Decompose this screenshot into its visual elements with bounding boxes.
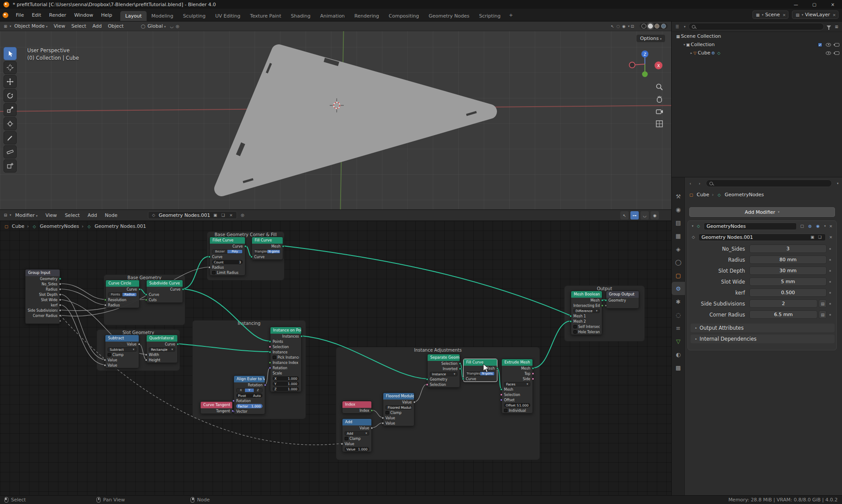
output-socket[interactable] — [532, 372, 534, 375]
toggle-option[interactable]: Radius — [122, 293, 137, 296]
viewlayer-selector[interactable]: ▤ ▾ ViewLayer × — [792, 11, 838, 19]
output-socket[interactable] — [532, 367, 534, 370]
snap-icon[interactable]: ◡ — [640, 211, 649, 220]
node-dropdown[interactable]: Rectangle▾ — [149, 347, 175, 352]
toggle-option[interactable]: Triangles — [466, 372, 480, 375]
outliner-item-label[interactable]: Scene Collection — [681, 33, 721, 39]
node-canvas[interactable]: ▢Cube›◇GeometryNodes›◇Geometry Nodes.001… — [0, 221, 672, 496]
tool-select-box[interactable] — [4, 47, 17, 60]
overlay-icon[interactable]: ◉ — [651, 211, 659, 220]
tool-rotate[interactable] — [4, 89, 17, 102]
node-slider-field[interactable]: Factor1.000 — [236, 404, 263, 408]
input-socket[interactable] — [104, 364, 106, 367]
input-socket[interactable] — [104, 359, 106, 361]
add-workspace-button[interactable]: + — [505, 11, 516, 20]
animate-property-dot[interactable] — [829, 292, 831, 294]
node-editor-menu-view[interactable]: View — [42, 211, 61, 220]
node-group-output[interactable]: Group OutputGeometry — [606, 291, 639, 309]
properties-tab-view-layer[interactable]: ▦ — [672, 229, 685, 242]
minimize-button[interactable]: — — [787, 0, 805, 9]
workspace-tab-scripting[interactable]: Scripting — [474, 11, 505, 21]
input-socket[interactable] — [605, 299, 607, 302]
checkbox[interactable] — [108, 353, 111, 356]
snap-magnet-icon[interactable]: ◡ — [169, 23, 175, 29]
realtime-toggle-icon[interactable]: ◍ — [807, 223, 813, 229]
node-separate-geometry[interactable]: Separate GeometrySelectionInvertedInstan… — [427, 354, 460, 388]
outliner-row-scene-collection[interactable]: ▦ Scene Collection — [672, 32, 842, 40]
orientation-dropdown[interactable]: ◯ Global▾ — [137, 22, 169, 31]
gizmo-toggle-icon[interactable]: ◌ — [615, 23, 621, 29]
navigation-gizmo[interactable]: Z X — [626, 43, 663, 80]
animate-property-dot[interactable] — [829, 270, 831, 272]
output-socket[interactable] — [138, 343, 140, 346]
node-tree-datablock[interactable]: ◇ Geometry Nodes.001 ▣ ❏ × — [148, 211, 237, 219]
grid-toggle-icon[interactable] — [655, 120, 663, 128]
output-socket[interactable] — [459, 362, 461, 365]
node-group-field[interactable]: Geometry Nodes.001 ▣❏ — [698, 234, 826, 241]
nav-forward-icon[interactable]: › — [697, 180, 702, 186]
tool-annotate[interactable] — [4, 131, 17, 144]
unlink-icon[interactable]: × — [228, 212, 234, 218]
outliner-item-label[interactable]: Cube — [698, 50, 710, 56]
maximize-button[interactable]: ▢ — [805, 0, 824, 9]
copy-icon[interactable]: ❏ — [220, 212, 226, 218]
node-extrude-mesh[interactable]: Extrude MeshMeshTopSideFaces▾MeshSelecti… — [501, 359, 533, 414]
properties-tab-output[interactable]: ▤ — [672, 216, 685, 229]
menu-render[interactable]: Render — [45, 11, 70, 20]
toggle-option[interactable]: Bezier — [212, 250, 227, 253]
toggle-option[interactable]: Y — [245, 389, 253, 392]
properties-options-icon[interactable]: ▾ — [837, 182, 838, 185]
output-socket[interactable] — [532, 378, 534, 380]
output-socket[interactable] — [182, 288, 184, 291]
workspace-tab-geometry-nodes[interactable]: Geometry Nodes — [424, 11, 474, 21]
node-quadrilateral[interactable]: QuadrilateralCurveRectangle▾WidthHeight — [146, 335, 178, 363]
unlink-node-group-icon[interactable]: × — [828, 234, 834, 240]
exclude-checkbox[interactable]: ✓ — [818, 43, 822, 47]
editor-type-icon[interactable]: ⊟ — [3, 212, 8, 218]
toggle-option[interactable]: Triangles — [255, 250, 267, 253]
node-curve-circle[interactable]: Curve CircleCurvePointsRadiusResolutionR… — [105, 280, 140, 308]
input-socket[interactable] — [381, 417, 384, 419]
mesh-object-triangle[interactable] — [0, 22, 672, 209]
close-button[interactable]: × — [824, 0, 842, 9]
viewlayer-unlink-icon[interactable]: × — [832, 13, 836, 17]
checkbox[interactable] — [212, 271, 216, 274]
property-value-field-slot-depth[interactable]: 30 mm — [749, 266, 827, 275]
node-number-field[interactable]: Value1.000 — [345, 447, 369, 451]
scene-unlink-icon[interactable]: × — [783, 13, 786, 17]
input-socket[interactable] — [269, 346, 271, 348]
property-value-field-no-sides[interactable]: 3 — [749, 245, 827, 253]
pin-icon[interactable]: ◎ — [240, 212, 245, 218]
remove-modifier-icon[interactable]: × — [828, 223, 834, 229]
node-math-add[interactable]: AddValueAdd▾ClampValueValue1.000 — [342, 418, 372, 452]
input-socket[interactable] — [269, 340, 271, 343]
workspace-tab-animation[interactable]: Animation — [315, 11, 349, 21]
breadcrumb-item[interactable]: Cube — [12, 223, 24, 229]
output-socket[interactable] — [300, 335, 303, 338]
eye-toggle-icon[interactable] — [826, 51, 831, 55]
toggle-option[interactable]: Z — [254, 389, 262, 392]
node-mesh-boolean[interactable]: Mesh BooleanMeshIntersecting EdgesDiffer… — [571, 291, 602, 335]
node-math-subtract[interactable]: SubtractValueSubtract▾ClampValueValue — [105, 335, 139, 368]
node-dropdown[interactable]: Instance▾ — [430, 372, 457, 376]
tool-move[interactable] — [4, 75, 17, 88]
input-socket[interactable] — [605, 304, 607, 307]
input-socket[interactable] — [145, 293, 148, 296]
outliner-row-cube[interactable]: ▸▽ Cube⚙◇ — [672, 49, 842, 57]
input-socket[interactable] — [381, 422, 384, 425]
duplicate-icon[interactable]: ❏ — [817, 234, 823, 240]
property-value-field-slot-wide[interactable]: 5 mm — [749, 277, 827, 286]
viewport-menu-object[interactable]: Object — [105, 22, 127, 30]
editor-type-icon[interactable]: ⊞ — [3, 23, 8, 29]
node-subdivide-curve[interactable]: Subdivide CurveCurveCurveCuts — [146, 280, 183, 303]
fake-user-shield-icon[interactable]: ▣ — [810, 234, 815, 240]
proportional-edit-icon[interactable]: ◎ — [175, 23, 180, 29]
properties-tab-modifiers[interactable]: ⚙ — [672, 282, 685, 295]
shading-rendered-icon[interactable] — [661, 24, 666, 29]
output-socket[interactable] — [413, 401, 416, 403]
properties-tab-render[interactable]: ◉ — [672, 203, 685, 216]
workspace-tab-texture-paint[interactable]: Texture Paint — [245, 11, 286, 21]
new-collection-icon[interactable]: ⊞ — [834, 24, 839, 29]
output-socket[interactable] — [59, 277, 61, 280]
node-curve-tangent[interactable]: Curve TangentTangent — [200, 401, 233, 414]
